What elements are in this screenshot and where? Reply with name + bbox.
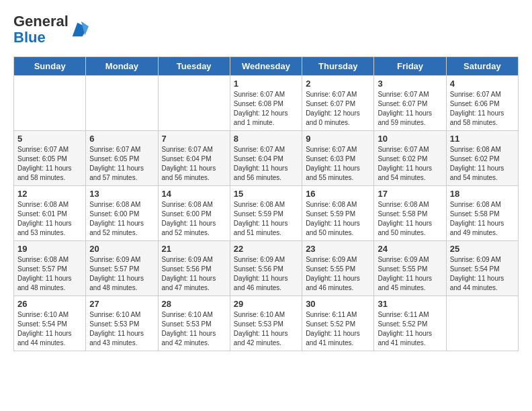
day-number: 21 xyxy=(162,244,226,254)
weekday-header-wednesday: Wednesday xyxy=(230,57,302,76)
calendar-cell: 1Sunrise: 6:07 AM Sunset: 6:08 PM Daylig… xyxy=(230,76,302,131)
day-number: 6 xyxy=(89,134,154,144)
calendar-cell xyxy=(158,76,230,131)
day-number: 16 xyxy=(306,189,370,199)
cell-info: Sunrise: 6:08 AM Sunset: 5:59 PM Dayligh… xyxy=(306,200,370,238)
cell-info: Sunrise: 6:07 AM Sunset: 6:06 PM Dayligh… xyxy=(450,90,515,128)
cell-info: Sunrise: 6:08 AM Sunset: 5:58 PM Dayligh… xyxy=(378,200,442,238)
cell-info: Sunrise: 6:09 AM Sunset: 5:57 PM Dayligh… xyxy=(89,255,154,293)
day-number: 10 xyxy=(378,134,442,144)
cell-info: Sunrise: 6:07 AM Sunset: 6:04 PM Dayligh… xyxy=(234,145,298,183)
cell-info: Sunrise: 6:08 AM Sunset: 5:58 PM Dayligh… xyxy=(450,200,515,238)
calendar-cell: 23Sunrise: 6:09 AM Sunset: 5:55 PM Dayli… xyxy=(302,241,374,296)
weekday-header-tuesday: Tuesday xyxy=(158,57,230,76)
cell-info: Sunrise: 6:10 AM Sunset: 5:53 PM Dayligh… xyxy=(162,310,226,348)
logo-text: General Blue xyxy=(13,13,69,46)
logo: General Blue xyxy=(13,13,89,46)
cell-info: Sunrise: 6:07 AM Sunset: 6:04 PM Dayligh… xyxy=(162,145,226,183)
calendar-cell: 28Sunrise: 6:10 AM Sunset: 5:53 PM Dayli… xyxy=(158,296,230,351)
cell-info: Sunrise: 6:10 AM Sunset: 5:54 PM Dayligh… xyxy=(17,310,82,348)
cell-info: Sunrise: 6:08 AM Sunset: 6:00 PM Dayligh… xyxy=(89,200,154,238)
calendar-week-4: 19Sunrise: 6:08 AM Sunset: 5:57 PM Dayli… xyxy=(14,241,519,296)
logo-general: General xyxy=(13,13,69,30)
day-number: 31 xyxy=(378,299,442,309)
day-number: 17 xyxy=(378,189,442,199)
day-number: 25 xyxy=(450,244,515,254)
day-number: 13 xyxy=(89,189,154,199)
calendar-week-1: 1Sunrise: 6:07 AM Sunset: 6:08 PM Daylig… xyxy=(14,76,519,131)
calendar-cell: 6Sunrise: 6:07 AM Sunset: 6:05 PM Daylig… xyxy=(86,131,158,186)
calendar-cell: 17Sunrise: 6:08 AM Sunset: 5:58 PM Dayli… xyxy=(374,186,446,241)
day-number: 19 xyxy=(17,244,82,254)
calendar-cell: 21Sunrise: 6:09 AM Sunset: 5:56 PM Dayli… xyxy=(158,241,230,296)
calendar-cell: 5Sunrise: 6:07 AM Sunset: 6:05 PM Daylig… xyxy=(14,131,86,186)
calendar-cell: 27Sunrise: 6:10 AM Sunset: 5:53 PM Dayli… xyxy=(86,296,158,351)
cell-info: Sunrise: 6:07 AM Sunset: 6:08 PM Dayligh… xyxy=(234,90,298,128)
day-number: 12 xyxy=(17,189,82,199)
cell-info: Sunrise: 6:07 AM Sunset: 6:03 PM Dayligh… xyxy=(306,145,370,183)
day-number: 14 xyxy=(162,189,226,199)
calendar-cell: 16Sunrise: 6:08 AM Sunset: 5:59 PM Dayli… xyxy=(302,186,374,241)
calendar-cell: 8Sunrise: 6:07 AM Sunset: 6:04 PM Daylig… xyxy=(230,131,302,186)
cell-info: Sunrise: 6:08 AM Sunset: 5:57 PM Dayligh… xyxy=(17,255,82,293)
cell-info: Sunrise: 6:08 AM Sunset: 6:00 PM Dayligh… xyxy=(162,200,226,238)
day-number: 9 xyxy=(306,134,370,144)
calendar-cell: 30Sunrise: 6:11 AM Sunset: 5:52 PM Dayli… xyxy=(302,296,374,351)
cell-info: Sunrise: 6:09 AM Sunset: 5:56 PM Dayligh… xyxy=(234,255,298,293)
weekday-header-saturday: Saturday xyxy=(446,57,518,76)
day-number: 8 xyxy=(234,134,298,144)
day-number: 7 xyxy=(162,134,226,144)
calendar-cell xyxy=(14,76,86,131)
logo-icon xyxy=(70,20,89,39)
calendar-cell: 29Sunrise: 6:10 AM Sunset: 5:53 PM Dayli… xyxy=(230,296,302,351)
day-number: 20 xyxy=(89,244,154,254)
cell-info: Sunrise: 6:09 AM Sunset: 5:56 PM Dayligh… xyxy=(162,255,226,293)
calendar-cell: 9Sunrise: 6:07 AM Sunset: 6:03 PM Daylig… xyxy=(302,131,374,186)
day-number: 27 xyxy=(89,299,154,309)
calendar-cell: 25Sunrise: 6:09 AM Sunset: 5:54 PM Dayli… xyxy=(446,241,518,296)
calendar-cell: 13Sunrise: 6:08 AM Sunset: 6:00 PM Dayli… xyxy=(86,186,158,241)
weekday-header-row: SundayMondayTuesdayWednesdayThursdayFrid… xyxy=(14,57,519,76)
day-number: 23 xyxy=(306,244,370,254)
cell-info: Sunrise: 6:07 AM Sunset: 6:05 PM Dayligh… xyxy=(17,145,82,183)
cell-info: Sunrise: 6:09 AM Sunset: 5:55 PM Dayligh… xyxy=(378,255,442,293)
weekday-header-sunday: Sunday xyxy=(14,57,86,76)
day-number: 26 xyxy=(17,299,82,309)
calendar-cell: 4Sunrise: 6:07 AM Sunset: 6:06 PM Daylig… xyxy=(446,76,518,131)
calendar-week-5: 26Sunrise: 6:10 AM Sunset: 5:54 PM Dayli… xyxy=(14,296,519,351)
day-number: 29 xyxy=(234,299,298,309)
calendar-cell: 20Sunrise: 6:09 AM Sunset: 5:57 PM Dayli… xyxy=(86,241,158,296)
page-header: General Blue xyxy=(13,13,519,46)
day-number: 5 xyxy=(17,134,82,144)
calendar-cell: 19Sunrise: 6:08 AM Sunset: 5:57 PM Dayli… xyxy=(14,241,86,296)
calendar-cell xyxy=(86,76,158,131)
calendar-cell: 22Sunrise: 6:09 AM Sunset: 5:56 PM Dayli… xyxy=(230,241,302,296)
calendar-cell: 26Sunrise: 6:10 AM Sunset: 5:54 PM Dayli… xyxy=(14,296,86,351)
cell-info: Sunrise: 6:08 AM Sunset: 5:59 PM Dayligh… xyxy=(234,200,298,238)
day-number: 24 xyxy=(378,244,442,254)
day-number: 1 xyxy=(234,79,298,89)
cell-info: Sunrise: 6:09 AM Sunset: 5:55 PM Dayligh… xyxy=(306,255,370,293)
calendar-cell: 3Sunrise: 6:07 AM Sunset: 6:07 PM Daylig… xyxy=(374,76,446,131)
day-number: 15 xyxy=(234,189,298,199)
calendar-cell: 7Sunrise: 6:07 AM Sunset: 6:04 PM Daylig… xyxy=(158,131,230,186)
day-number: 3 xyxy=(378,79,442,89)
calendar-cell: 10Sunrise: 6:07 AM Sunset: 6:02 PM Dayli… xyxy=(374,131,446,186)
day-number: 11 xyxy=(450,134,515,144)
calendar-cell: 18Sunrise: 6:08 AM Sunset: 5:58 PM Dayli… xyxy=(446,186,518,241)
calendar-cell: 14Sunrise: 6:08 AM Sunset: 6:00 PM Dayli… xyxy=(158,186,230,241)
cell-info: Sunrise: 6:08 AM Sunset: 6:01 PM Dayligh… xyxy=(17,200,82,238)
cell-info: Sunrise: 6:07 AM Sunset: 6:07 PM Dayligh… xyxy=(378,90,442,128)
day-number: 30 xyxy=(306,299,370,309)
calendar-cell xyxy=(446,296,518,351)
day-number: 18 xyxy=(450,189,515,199)
cell-info: Sunrise: 6:10 AM Sunset: 5:53 PM Dayligh… xyxy=(234,310,298,348)
weekday-header-monday: Monday xyxy=(86,57,158,76)
cell-info: Sunrise: 6:11 AM Sunset: 5:52 PM Dayligh… xyxy=(378,310,442,348)
cell-info: Sunrise: 6:07 AM Sunset: 6:02 PM Dayligh… xyxy=(378,145,442,183)
calendar-cell: 15Sunrise: 6:08 AM Sunset: 5:59 PM Dayli… xyxy=(230,186,302,241)
day-number: 4 xyxy=(450,79,515,89)
cell-info: Sunrise: 6:08 AM Sunset: 6:02 PM Dayligh… xyxy=(450,145,515,183)
calendar-cell: 24Sunrise: 6:09 AM Sunset: 5:55 PM Dayli… xyxy=(374,241,446,296)
cell-info: Sunrise: 6:09 AM Sunset: 5:54 PM Dayligh… xyxy=(450,255,515,293)
